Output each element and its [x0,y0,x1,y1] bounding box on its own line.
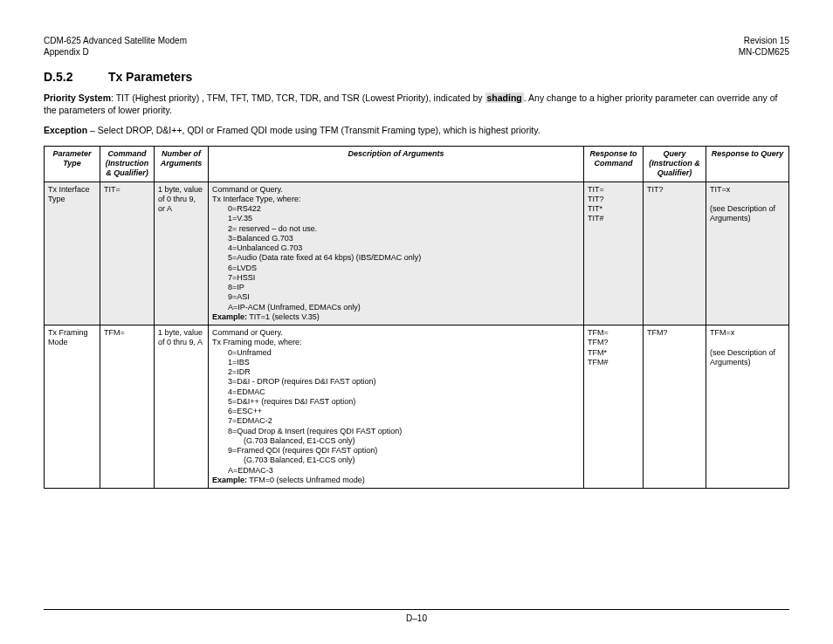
resp-query-line: TFM=x [710,328,785,338]
desc-line: 4=Unbalanced G.703 [212,243,580,253]
page-number: D–10 [406,613,427,623]
cell-response-command: TFM=TFM?TFM*TFM# [584,325,644,489]
desc-line: A=EDMAC-3 [212,466,580,476]
footer-rule [44,609,789,610]
resp-cmd-line: TIT* [588,204,639,214]
desc-line: 1=IBS [212,358,580,367]
header-product: CDM-625 Advanced Satellite Modem [44,35,187,46]
exception-label: Exception [44,125,87,135]
section-heading: D.5.2 Tx Parameters [44,70,789,84]
desc-line: (G.703 Balanced, E1-CCS only) [212,456,580,465]
desc-line: 2=IDR [212,367,580,377]
desc-line: 4=EDMAC [212,387,580,397]
th-desc: Description of Arguments [209,146,584,182]
header-revision: Revision 15 [739,35,789,46]
table-header-row: Parameter Type Command (Instruction & Qu… [45,146,789,182]
resp-cmd-line: TIT? [588,195,639,204]
shading-word: shading [485,92,524,103]
section-title-text: Tx Parameters [108,70,193,84]
page-footer: D–10 [44,605,789,623]
resp-query-line: TIT=x [710,185,785,195]
desc-line: 7=EDMAC-2 [212,416,580,426]
table-row: Tx Framing ModeTFM=1 byte, value of 0 th… [45,325,789,489]
resp-cmd-line: TFM* [588,348,639,358]
resp-query-line [710,338,785,347]
resp-cmd-line: TFM= [588,328,639,338]
cell-description: Command or Query.Tx Interface Type, wher… [209,182,584,325]
cell-response-command: TIT=TIT?TIT*TIT# [584,182,644,325]
th-resp-cmd: Response to Command [584,146,644,182]
desc-line: A=IP-ACM (Unframed, EDMACs only) [212,303,580,312]
desc-line: 0=Unframed [212,348,580,358]
desc-line: 9=ASI [212,292,580,302]
resp-cmd-line: TIT= [588,185,639,195]
desc-line: 8=IP [212,283,580,292]
example-text: TIT=1 (selects V.35) [247,312,320,321]
desc-line: 3=D&I - DROP (requires D&I FAST option) [212,377,580,387]
resp-cmd-line: TFM# [588,358,639,367]
resp-cmd-line: TFM? [588,338,639,347]
table-body: Tx Interface TypeTIT=1 byte, value of 0 … [45,182,789,489]
desc-line: 5=D&I++ (requires D&I FAST option) [212,397,580,407]
desc-line: 3=Balanced G.703 [212,234,580,243]
cell-command: TIT= [100,182,155,325]
header-docnum: MN-CDM625 [739,46,789,58]
cell-description: Command or Query.Tx Framing mode, where:… [209,325,584,489]
priority-label: Priority System [44,92,111,103]
cell-query: TFM? [644,325,706,489]
cell-num-args: 1 byte, value of 0 thru 9, or A [155,182,209,325]
cell-response-query: TFM=x (see Description of Arguments) [706,325,789,489]
desc-line: 5=Audio (Data rate fixed at 64 kbps) (IB… [212,253,580,263]
example-line: Example: TFM=0 (selects Unframed mode) [212,476,580,485]
th-query: Query (Instruction & Qualifier) [644,146,706,182]
header-left: CDM-625 Advanced Satellite Modem Appendi… [44,35,187,58]
cell-parameter-type: Tx Framing Mode [45,325,100,489]
desc-line: Tx Interface Type, where: [212,195,580,204]
desc-line: 7=HSSI [212,273,580,283]
example-line: Example: TIT=1 (selects V.35) [212,312,580,322]
section-number: D.5.2 [44,70,105,84]
desc-line: Tx Framing mode, where: [212,338,580,347]
resp-cmd-line: TIT# [588,214,639,223]
resp-query-line [710,195,785,204]
th-num-args: Number of Arguments [155,146,209,182]
example-label: Example: [212,476,247,484]
cell-command: TFM= [100,325,155,489]
desc-line: 6=ESC++ [212,407,580,416]
resp-query-line: (see Description of Arguments) [710,204,785,224]
desc-line: 0=RS422 [212,204,580,214]
desc-line: 2= reserved – do not use. [212,224,580,234]
table-row: Tx Interface TypeTIT=1 byte, value of 0 … [45,182,789,325]
desc-line: Command or Query. [212,185,580,195]
desc-line: 6=LVDS [212,264,580,273]
priority-body-1: : TIT (Highest priority) , TFM, TFT, TMD… [111,92,485,103]
example-label: Example: [212,312,247,321]
page: CDM-625 Advanced Satellite Modem Appendi… [0,0,833,644]
cell-query: TIT? [644,182,706,325]
example-text: TFM=0 (selects Unframed mode) [247,476,365,484]
header-right: Revision 15 MN-CDM625 [739,35,789,58]
desc-line: 1=V.35 [212,214,580,223]
resp-query-line: (see Description of Arguments) [710,348,785,368]
parameters-table: Parameter Type Command (Instruction & Qu… [44,146,789,489]
cell-num-args: 1 byte, value of 0 thru 9, A [155,325,209,489]
cell-response-query: TIT=x (see Description of Arguments) [706,182,789,325]
th-parameter-type: Parameter Type [45,146,100,182]
desc-line: 9=Framed QDI (requires QDI FAST option) [212,446,580,456]
th-resp-query: Response to Query [706,146,789,182]
desc-line: 8=Quad Drop & Insert (requires QDI FAST … [212,427,580,436]
desc-line: (G.703 Balanced, E1-CCS only) [212,436,580,446]
desc-line: Command or Query. [212,328,580,338]
page-header: CDM-625 Advanced Satellite Modem Appendi… [44,35,789,58]
cell-parameter-type: Tx Interface Type [45,182,100,325]
header-appendix: Appendix D [44,46,187,58]
exception-body: – Select DROP, D&I++, QDI or Framed QDI … [87,125,540,135]
intro-exception: Exception – Select DROP, D&I++, QDI or F… [44,125,789,137]
th-command: Command (Instruction & Qualifier) [100,146,155,182]
intro-priority: Priority System: TIT (Highest priority) … [44,92,789,116]
